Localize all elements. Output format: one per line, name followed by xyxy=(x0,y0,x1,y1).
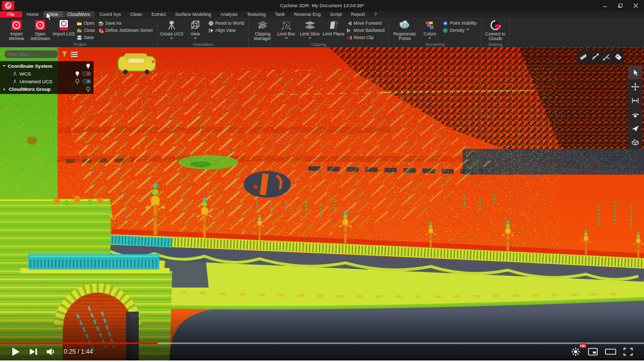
visibility-bulb-on-icon[interactable] xyxy=(75,71,80,77)
fly-tool[interactable] xyxy=(629,122,641,135)
tab-extract[interactable]: Extract xyxy=(147,11,171,17)
fit-width-icon xyxy=(631,97,639,105)
orbit-tool[interactable] xyxy=(629,108,641,121)
density-button[interactable]: Density xyxy=(443,27,476,33)
ucs-tripod-icon xyxy=(12,71,17,77)
visibility-bulb-on-icon[interactable] xyxy=(85,63,91,69)
limit-plane-button[interactable]: z Limit Plane xyxy=(322,18,345,36)
visibility-bulb-off-icon[interactable] xyxy=(85,86,91,92)
visibility-bulb-off-icon[interactable] xyxy=(75,79,80,85)
select-cursor-tool[interactable] xyxy=(629,66,641,79)
tab-surface-modeling[interactable]: Surface Modeling xyxy=(171,11,216,17)
jetstream-server-icon xyxy=(98,28,104,33)
save-floppy-icon xyxy=(77,35,82,41)
reset-world-icon xyxy=(208,21,214,26)
import-lgs-button[interactable]: Import LGS xyxy=(52,18,76,36)
view-cube-icon xyxy=(190,19,201,31)
import-msview-button[interactable]: Import MsView xyxy=(5,18,28,41)
tab-analysis[interactable]: Analysis xyxy=(216,11,243,17)
settings-button[interactable]: HD xyxy=(567,345,584,358)
collapse-caret-icon[interactable] xyxy=(3,65,6,68)
wcs-toggle[interactable] xyxy=(82,71,91,76)
limit-box-button[interactable]: Limit Box xyxy=(274,18,298,41)
maximize-button[interactable] xyxy=(616,2,624,9)
viewport-3d[interactable]: Coordinate System WCS xyxy=(0,47,644,360)
measure-angle-icon[interactable] xyxy=(591,52,600,62)
pan-tool[interactable] xyxy=(629,80,641,93)
tree-item-cloudworx-group[interactable]: CloudWorx Group xyxy=(0,85,94,93)
tab-home[interactable]: Home xyxy=(22,11,44,17)
reset-to-world-button[interactable]: Reset to World xyxy=(208,20,244,26)
open-button[interactable]: Open xyxy=(77,20,95,26)
dropdown-caret xyxy=(428,37,431,41)
minimize-icon xyxy=(602,3,608,8)
pan-icon xyxy=(631,83,639,91)
reset-clip-button[interactable]: Reset Clip xyxy=(346,34,384,41)
tab-reverse-eng[interactable]: Reverse Eng xyxy=(289,11,325,17)
tab-coord-sys[interactable]: Coord Sys xyxy=(95,11,125,17)
filter-funnel-icon[interactable] xyxy=(62,51,68,57)
tab-file[interactable]: File xyxy=(0,11,22,17)
expand-caret-icon[interactable] xyxy=(4,88,7,91)
move-forward-button[interactable]: Move Forward xyxy=(346,20,384,26)
move-backward-button[interactable]: Move Backward xyxy=(346,27,384,33)
view-box-tool[interactable] xyxy=(629,136,641,148)
volume-button[interactable] xyxy=(42,345,60,358)
tree-item-wcs[interactable]: WCS xyxy=(0,70,94,78)
convert-to-clouds-button[interactable]: Convert to Clouds xyxy=(484,18,507,41)
select-cursor-icon xyxy=(631,69,639,77)
theater-mode-button[interactable] xyxy=(602,345,619,358)
create-ucs-icon xyxy=(166,19,177,31)
tab-cloudworx[interactable]: CloudWorx xyxy=(63,11,95,17)
close-button[interactable] xyxy=(632,2,640,9)
colors-button[interactable]: Colors xyxy=(418,18,441,41)
save-button[interactable]: Save xyxy=(77,34,95,41)
play-button[interactable] xyxy=(7,345,25,358)
tab-texturing[interactable]: Texturing xyxy=(242,11,270,17)
import-lgs-icon xyxy=(59,19,69,31)
point-visibility-button[interactable]: Point Visibility xyxy=(443,20,476,26)
group-label-project: Project xyxy=(5,42,155,47)
measure-spline-icon[interactable] xyxy=(602,52,611,62)
move-backward-icon xyxy=(346,28,352,33)
youtube-video-frame: Cyclone 3DR- My Document 13:04:38* File … xyxy=(0,0,644,362)
tree-item-unnamed-ucs[interactable]: Unnamed UCS xyxy=(0,78,94,85)
title-bar: Cyclone 3DR- My Document 13:04:38* xyxy=(0,0,644,11)
filter-object-input[interactable] xyxy=(4,50,59,59)
tab-clean[interactable]: Clean xyxy=(125,11,147,17)
close-button-project[interactable]: Close xyxy=(77,27,95,33)
fullscreen-button[interactable] xyxy=(619,345,637,358)
tab-script[interactable]: Script xyxy=(325,11,346,17)
create-ucs-button[interactable]: Create UCS xyxy=(160,18,183,41)
unnamed-ucs-toggle[interactable] xyxy=(82,79,91,84)
clipping-manager-button[interactable]: Clipping Manager xyxy=(251,18,274,41)
ribbon-separator xyxy=(481,19,482,46)
next-button[interactable] xyxy=(25,345,42,358)
convert-to-clouds-icon xyxy=(489,19,502,31)
move-forward-icon xyxy=(346,21,352,26)
tab-help[interactable]: ? xyxy=(370,11,381,17)
panel-menu-icon[interactable] xyxy=(71,52,78,57)
minimize-button[interactable] xyxy=(601,2,609,9)
orbit-icon xyxy=(631,110,639,119)
limit-slice-button[interactable]: Limit Slice xyxy=(298,18,322,41)
align-view-button[interactable]: Align View xyxy=(208,27,244,33)
tab-report[interactable]: Report xyxy=(346,11,370,17)
tab-tank[interactable]: Tank xyxy=(270,11,289,17)
open-jetstream-button[interactable]: Open JetStream xyxy=(28,18,52,41)
fit-width-tool[interactable] xyxy=(629,94,641,107)
view-button[interactable]: View xyxy=(183,18,207,41)
tab-view[interactable]: View xyxy=(44,11,63,17)
point-cloud-scene xyxy=(0,47,644,360)
regenerate-points-icon xyxy=(398,19,411,31)
colors-icon xyxy=(424,19,435,31)
regenerate-points-button[interactable]: Regenerate Points xyxy=(391,18,418,41)
ribbon-tab-bar: File Home View CloudWorx Coord Sys Clean… xyxy=(0,11,644,17)
ruler-icon[interactable] xyxy=(579,52,588,62)
save-as-button[interactable]: Save As xyxy=(98,20,153,26)
tag-icon[interactable] xyxy=(614,52,623,62)
miniplayer-button[interactable] xyxy=(584,345,602,358)
svg-text:z: z xyxy=(336,21,338,25)
define-jetstream-server-button[interactable]: Define JetStream Server xyxy=(98,27,153,33)
tree-item-coordinate-system[interactable]: Coordinate System xyxy=(0,62,94,70)
